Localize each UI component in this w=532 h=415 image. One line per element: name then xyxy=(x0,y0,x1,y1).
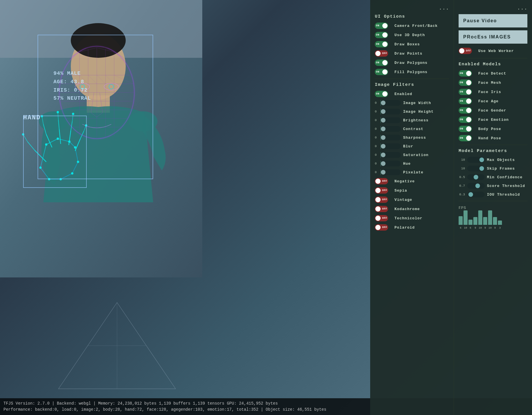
toggle-use-web-worker[interactable]: OFF xyxy=(459,48,475,54)
fps-bars-container: 610691091093 xyxy=(459,210,527,225)
slider-row-image-height: 0 Image Height xyxy=(375,109,449,114)
slider-contrast[interactable] xyxy=(381,126,401,132)
left-panel-menu-dots[interactable]: ... xyxy=(375,5,449,11)
divider-3 xyxy=(459,145,527,145)
toggle-row-face-detect: ON Face Detect xyxy=(459,70,527,77)
param-value-skip-frames: 10 xyxy=(459,167,465,170)
slider-image-width[interactable] xyxy=(381,100,401,106)
toggle-draw-polygons[interactable]: ON xyxy=(375,60,392,66)
toggle-body-pose[interactable]: ON xyxy=(459,126,475,132)
slider-value-image-height: 0 xyxy=(375,110,378,113)
slider-row-saturation: 0 Saturation xyxy=(375,152,449,158)
label-score-threshold: Score Threshold xyxy=(487,184,525,188)
label-min-confidence: Min Confidence xyxy=(487,175,522,179)
label-hue: Hue xyxy=(403,162,411,166)
slider-score-threshold[interactable] xyxy=(467,183,485,189)
label-draw-points: Draw Points xyxy=(394,51,422,56)
toggle-fill-polygons[interactable]: ON xyxy=(375,69,392,75)
fps-bar: 6 xyxy=(468,220,472,225)
fps-bar-label: 10 xyxy=(464,227,467,229)
label-face-age: Face Age xyxy=(478,99,498,103)
slider-max-objects[interactable] xyxy=(467,157,485,163)
param-value-min-confidence: 0.5 xyxy=(459,175,465,179)
toggle-face-age[interactable]: ON xyxy=(459,98,475,104)
fps-bar: 9 xyxy=(473,217,477,225)
toggle-polaroid[interactable]: OFF xyxy=(375,224,392,231)
divider-1 xyxy=(375,79,449,79)
label-brightness: Brightness xyxy=(403,118,429,123)
process-images-button[interactable]: PRocEss IMAGES xyxy=(459,30,527,44)
toggle-row-negative: OFF Negative xyxy=(375,178,449,184)
toggle-face-gender[interactable]: ON xyxy=(459,107,475,114)
slider-brightness[interactable] xyxy=(381,117,401,123)
toggle-row-technicolor: OFF Technicolor xyxy=(375,215,449,221)
toggle-face-mesh[interactable]: ON xyxy=(459,79,475,86)
toggle-face-detect[interactable]: ON xyxy=(459,70,475,77)
fps-bar-label: 9 xyxy=(494,227,496,229)
slider-row-contrast: 0 Contrast xyxy=(375,126,449,132)
toggle-row-polaroid: OFF Polaroid xyxy=(375,224,449,231)
label-negative: Negative xyxy=(394,179,415,184)
slider-skip-frames[interactable] xyxy=(467,166,485,171)
slider-sharpness[interactable] xyxy=(381,135,401,140)
slider-row-pixelate: 0 Pixelate xyxy=(375,169,449,175)
ui-options-title: UI Options xyxy=(375,14,449,19)
slider-iou-threshold[interactable] xyxy=(467,192,485,197)
toggle-row-draw-polygons: ON Draw Polygons xyxy=(375,60,449,66)
toggle-row-draw-points: OFF Draw Points xyxy=(375,50,449,57)
left-panel: ... UI Options ON Camera Front/Back ON U… xyxy=(370,0,454,415)
slider-min-confidence[interactable] xyxy=(467,174,485,180)
fps-bar-label: 10 xyxy=(489,227,492,229)
divider-2 xyxy=(459,58,527,58)
toggle-kodachrome[interactable]: OFF xyxy=(375,206,392,212)
toggle-row-kodachrome: OFF Kodachrome xyxy=(375,206,449,212)
toggle-row-hand-pose: ON Hand Pose xyxy=(459,135,527,141)
toggle-vintage[interactable]: OFF xyxy=(375,197,392,203)
toggle-draw-boxes[interactable]: ON xyxy=(375,41,392,47)
enabled-models-title: Enabled Models xyxy=(459,62,527,67)
toggle-camera-front-back[interactable]: ON xyxy=(375,23,392,29)
toggle-row-vintage: OFF Vintage xyxy=(375,197,449,203)
toggle-face-iris[interactable]: ON xyxy=(459,89,475,95)
param-row-max-objects: 10 Max Objects xyxy=(459,157,527,163)
right-panel-menu-dots[interactable]: ... xyxy=(459,5,527,11)
face-gender-stat: 94% MALE xyxy=(53,69,91,78)
slider-saturation[interactable] xyxy=(381,152,401,158)
fps-bar-label: 9 xyxy=(484,227,486,229)
label-sepia: Sepia xyxy=(394,188,407,193)
param-row-score-threshold: 0.7 Score Threshold xyxy=(459,183,527,189)
toggle-use-3d-depth[interactable]: ON xyxy=(375,32,392,38)
toggle-face-emotion[interactable]: ON xyxy=(459,116,475,123)
face-stats-overlay: 94% MALE AGE: 43.8 IRIS: 0.72 57% NEUTRA… xyxy=(53,69,91,103)
pause-video-button[interactable]: Pause Video xyxy=(459,14,527,27)
toggle-row-3d-depth: ON Use 3D Depth xyxy=(375,32,449,38)
face-age-stat: AGE: 43.8 xyxy=(53,78,91,86)
image-filters-title: Image Filters xyxy=(375,82,449,87)
hand-detection-label: HAND xyxy=(23,114,41,121)
slider-row-image-width: 0 Image Width xyxy=(375,100,449,106)
toggle-filters-enabled[interactable]: ON xyxy=(375,91,392,97)
toggle-negative[interactable]: OFF xyxy=(375,178,392,184)
toggle-draw-points[interactable]: OFF xyxy=(375,50,392,57)
toggle-row-face-age: ON Face Age xyxy=(459,98,527,104)
fps-bar: 9 xyxy=(483,217,487,225)
fps-bar: 6 xyxy=(459,216,463,225)
toggle-sepia[interactable]: OFF xyxy=(375,187,392,194)
toggle-technicolor[interactable]: OFF xyxy=(375,215,392,221)
slider-blur[interactable] xyxy=(381,143,401,149)
hand-bounding-box xyxy=(23,116,87,188)
toggle-hand-pose[interactable]: ON xyxy=(459,135,475,141)
slider-value-sharpness: 0 xyxy=(375,136,378,139)
web-worker-row: OFF Use Web Worker xyxy=(459,48,527,54)
slider-pixelate[interactable] xyxy=(381,169,401,175)
fps-bar: 10 xyxy=(488,210,492,225)
label-face-gender: Face Gender xyxy=(478,108,506,113)
fps-bar-label: 10 xyxy=(479,227,482,229)
toggle-row-filters-enabled: ON Enabled xyxy=(375,91,449,97)
label-blur: Blur xyxy=(403,144,413,149)
fps-bar-label: 6 xyxy=(470,227,471,229)
slider-image-height[interactable] xyxy=(381,109,401,114)
toggle-row-sepia: OFF Sepia xyxy=(375,187,449,194)
label-saturation: Saturation xyxy=(403,153,429,157)
slider-hue[interactable] xyxy=(381,161,401,166)
